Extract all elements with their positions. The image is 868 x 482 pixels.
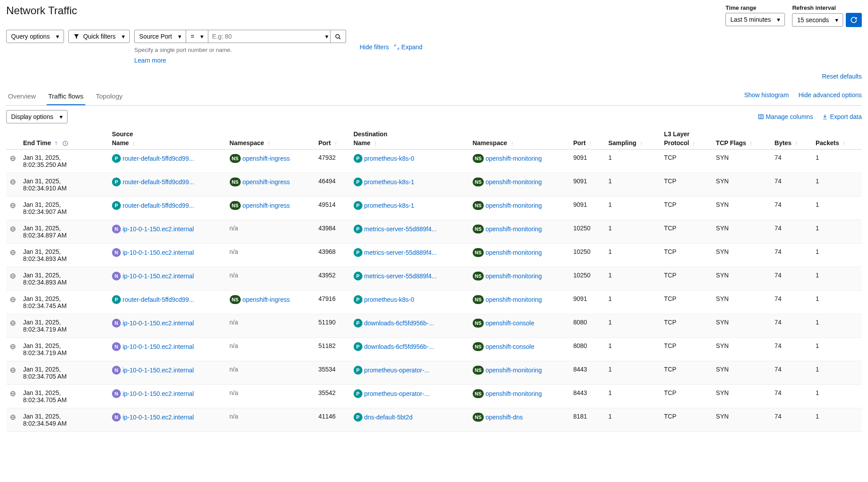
table-row[interactable]: Jan 31, 2025,8:02:34.719 AMNip-10-0-1-15… — [6, 314, 862, 338]
table-row[interactable]: Jan 31, 2025,8:02:35.250 AMProuter-defau… — [6, 150, 862, 173]
table-row[interactable]: Jan 31, 2025,8:02:34.719 AMNip-10-0-1-15… — [6, 338, 862, 361]
manage-columns-link[interactable]: Manage columns — [758, 113, 813, 120]
dst-namespace-link[interactable]: openshift-monitoring — [486, 155, 542, 162]
tab-traffic-flows[interactable]: Traffic flows — [47, 88, 85, 105]
src-name-link[interactable]: ip-10-0-1-150.ec2.internal — [123, 320, 194, 327]
hide-filters-link[interactable]: Hide filters — [359, 43, 389, 51]
dst-port: 10250 — [569, 220, 605, 244]
dst-namespace-link[interactable]: openshift-console — [486, 320, 534, 327]
src-name-link[interactable]: ip-10-0-1-150.ec2.internal — [123, 273, 194, 280]
col-src-port[interactable]: Port⋮ — [315, 138, 350, 150]
show-histogram-link[interactable]: Show histogram — [744, 91, 788, 99]
filter-field-select[interactable]: Source Port ▾ — [134, 30, 186, 43]
dst-namespace-link[interactable]: openshift-monitoring — [486, 367, 542, 374]
packets: 1 — [812, 291, 862, 314]
dst-name-link[interactable]: prometheus-k8s-1 — [364, 202, 414, 209]
col-src-name[interactable]: Name⋮ — [108, 138, 226, 150]
dst-name-link[interactable]: prometheus-k8s-1 — [364, 178, 414, 186]
col-end-time[interactable]: End Time ↑ — [20, 138, 108, 150]
hide-advanced-link[interactable]: Hide advanced options — [799, 91, 862, 99]
resource-badge: P — [112, 154, 121, 163]
table-row[interactable]: Jan 31, 2025,8:02:34.745 AMProuter-defau… — [6, 291, 862, 314]
resource-badge: NS — [473, 319, 484, 328]
dst-namespace-link[interactable]: openshift-monitoring — [486, 178, 542, 186]
src-name-link[interactable]: ip-10-0-1-150.ec2.internal — [123, 249, 194, 256]
src-name-link[interactable]: ip-10-0-1-150.ec2.internal — [123, 343, 194, 350]
dst-name-link[interactable]: metrics-server-55d889f4... — [364, 249, 437, 256]
run-filter-button[interactable] — [330, 30, 346, 43]
table-row[interactable]: Jan 31, 2025,8:02:34.705 AMNip-10-0-1-15… — [6, 361, 862, 385]
src-name-link[interactable]: router-default-5ffd9cd99... — [123, 155, 194, 162]
col-bytes[interactable]: Bytes⋮ — [771, 138, 812, 150]
export-data-link[interactable]: Export data — [822, 113, 862, 120]
src-name-link[interactable]: ip-10-0-1-150.ec2.internal — [123, 390, 194, 397]
dst-namespace-link[interactable]: openshift-monitoring — [486, 225, 542, 233]
time-range-select[interactable]: Last 5 minutes ▾ — [725, 13, 785, 26]
dst-name-link[interactable]: downloads-6cf5fd956b-... — [364, 320, 434, 327]
table-row[interactable]: Jan 31, 2025,8:02:34.549 AMNip-10-0-1-15… — [6, 408, 862, 432]
refresh-button[interactable] — [846, 13, 862, 27]
sampling: 1 — [605, 173, 660, 197]
refresh-interval-select[interactable]: 15 seconds ▾ — [792, 13, 843, 27]
col-src-namespace[interactable]: Namespace⋮ — [226, 138, 315, 150]
src-name-link[interactable]: router-default-5ffd9cd99... — [123, 202, 194, 209]
dst-namespace-link[interactable]: openshift-monitoring — [486, 390, 542, 397]
namespace-link[interactable]: openshift-ingress — [243, 178, 290, 186]
col-dst-port[interactable]: Port⋮ — [569, 138, 605, 150]
tab-overview[interactable]: Overview — [6, 88, 38, 105]
direction-icon-cell — [6, 338, 20, 361]
filter-value-caret[interactable]: ▾ — [323, 30, 330, 43]
src-name-link[interactable]: ip-10-0-1-150.ec2.internal — [123, 367, 194, 374]
expand-link[interactable]: Expand — [394, 43, 422, 51]
row-date: Jan 31, 2025, — [23, 178, 105, 185]
table-row[interactable]: Jan 31, 2025,8:02:34.910 AMProuter-defau… — [6, 173, 862, 197]
display-options-button[interactable]: Display options ▾ — [6, 110, 68, 123]
dst-name-link[interactable]: prometheus-k8s-0 — [364, 296, 414, 303]
src-name-link[interactable]: router-default-5ffd9cd99... — [123, 296, 194, 303]
col-packets[interactable]: Packets⋮ — [812, 138, 862, 150]
dst-namespace-link[interactable]: openshift-monitoring — [486, 202, 542, 209]
table-row[interactable]: Jan 31, 2025,8:02:34.893 AMNip-10-0-1-15… — [6, 244, 862, 267]
dst-namespace-link[interactable]: openshift-dns — [486, 414, 523, 421]
col-tcp-flags[interactable]: TCP Flags⋮ — [713, 138, 771, 150]
dst-name-link[interactable]: prometheus-operator-... — [364, 390, 430, 397]
col-dst-name[interactable]: Name⋮ — [350, 138, 469, 150]
namespace-link[interactable]: openshift-ingress — [243, 296, 290, 303]
resource-badge: P — [354, 248, 362, 257]
dst-namespace-link[interactable]: openshift-monitoring — [486, 273, 542, 280]
namespace-link[interactable]: openshift-ingress — [243, 155, 290, 162]
dst-namespace-link[interactable]: openshift-console — [486, 343, 534, 350]
bytes: 74 — [771, 385, 812, 408]
col-sampling[interactable]: Sampling⋮ — [605, 138, 660, 150]
query-options-button[interactable]: Query options ▾ — [6, 30, 64, 43]
filter-value-input[interactable] — [208, 30, 324, 43]
src-name-link[interactable]: ip-10-0-1-150.ec2.internal — [123, 414, 194, 421]
quick-filters-label: Quick filters — [83, 33, 115, 40]
table-row[interactable]: Jan 31, 2025,8:02:34.705 AMNip-10-0-1-15… — [6, 385, 862, 408]
dst-namespace-link[interactable]: openshift-monitoring — [486, 296, 542, 303]
src-name-link[interactable]: router-default-5ffd9cd99... — [123, 178, 194, 186]
na-text: n/a — [230, 272, 238, 279]
dst-namespace-link[interactable]: openshift-monitoring — [486, 249, 542, 256]
dst-name-link[interactable]: downloads-6cf5fd956b-... — [364, 343, 434, 350]
quick-filters-button[interactable]: Quick filters ▾ — [68, 30, 130, 43]
filter-operator-select[interactable]: = ▾ — [186, 30, 208, 43]
tab-topology[interactable]: Topology — [94, 88, 124, 105]
resource-badge: NS — [473, 178, 484, 186]
col-dst-namespace[interactable]: Namespace⋮ — [469, 138, 570, 150]
dst-name-link[interactable]: metrics-server-55d889f4... — [364, 273, 437, 280]
dst-name-link[interactable]: metrics-server-55d889f4... — [364, 225, 437, 233]
table-row[interactable]: Jan 31, 2025,8:02:34.907 AMProuter-defau… — [6, 197, 862, 220]
table-row[interactable]: Jan 31, 2025,8:02:34.893 AMNip-10-0-1-15… — [6, 267, 862, 291]
dst-name-link[interactable]: prometheus-operator-... — [364, 367, 430, 374]
info-icon[interactable] — [62, 139, 68, 146]
table-row[interactable]: Jan 31, 2025,8:02:34.897 AMNip-10-0-1-15… — [6, 220, 862, 244]
namespace-link[interactable]: openshift-ingress — [243, 202, 290, 209]
reset-defaults-link[interactable]: Reset defaults — [822, 73, 862, 80]
learn-more-link[interactable]: Learn more — [134, 57, 346, 64]
col-protocol[interactable]: Protocol⋮ — [661, 138, 713, 150]
dst-name-link[interactable]: dns-default-5bt2d — [364, 414, 413, 421]
dst-name-link[interactable]: prometheus-k8s-0 — [364, 155, 414, 162]
src-name-link[interactable]: ip-10-0-1-150.ec2.internal — [123, 225, 194, 233]
search-icon — [335, 34, 341, 40]
